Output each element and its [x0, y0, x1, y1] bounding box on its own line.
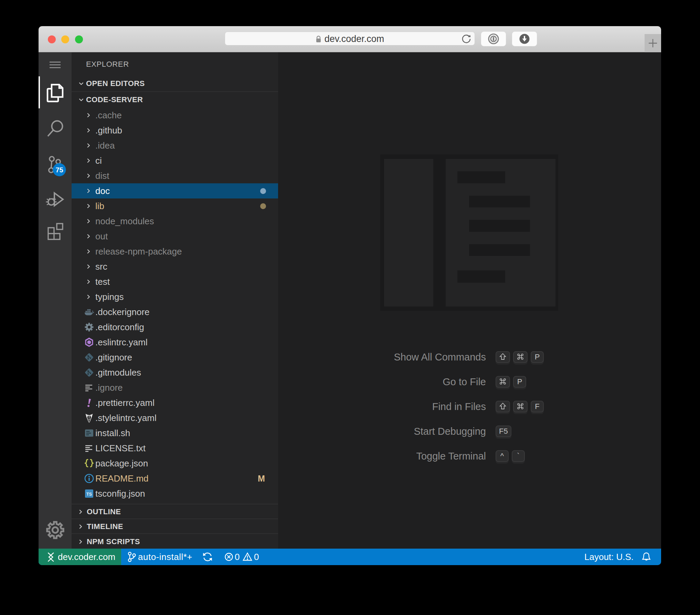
svg-text:TS: TS — [86, 492, 92, 497]
svg-text:75: 75 — [55, 166, 63, 174]
